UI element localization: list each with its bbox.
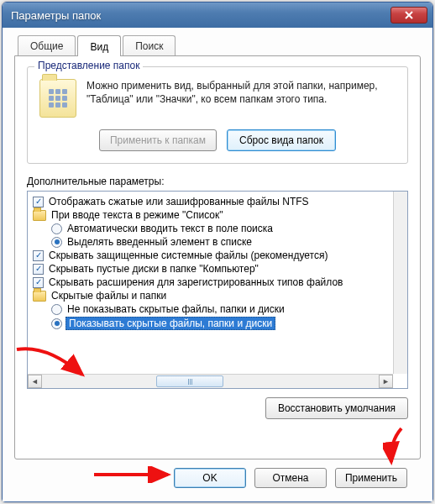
tree-item-auto-search[interactable]: Автоматически вводить текст в поле поиск… (31, 222, 401, 235)
tabstrip: Общие Вид Поиск (18, 34, 421, 55)
folder-options-window: Параметры папок Общие Вид Поиск Представ… (2, 2, 433, 502)
advanced-settings-label: Дополнительные параметры: (27, 176, 408, 187)
tab-view[interactable]: Вид (77, 35, 121, 56)
close-icon (404, 11, 414, 19)
advanced-settings-tree[interactable]: ✓ Отображать сжатые или зашифрованные фа… (27, 191, 408, 389)
tab-search[interactable]: Поиск (123, 35, 176, 56)
tree-item-hide-ext[interactable]: ✓ Скрывать расширения для зарегистрирова… (31, 276, 401, 289)
radio-icon (51, 318, 62, 329)
radio-icon (51, 223, 62, 234)
tab-general[interactable]: Общие (18, 35, 76, 56)
group-description: Можно применить вид, выбранный для этой … (86, 79, 396, 106)
tree-item-dont-show-hidden[interactable]: Не показывать скрытые файлы, папки и дис… (31, 302, 401, 316)
titlebar[interactable]: Параметры папок (3, 3, 432, 28)
folder-grid-icon (39, 79, 76, 118)
tree-item-hidden-folder[interactable]: Скрытые файлы и папки (31, 289, 401, 302)
checkbox-icon: ✓ (33, 264, 44, 275)
group-title: Представление папок (34, 60, 143, 71)
reset-folders-button[interactable]: Сброс вида папок (227, 129, 336, 151)
tree-item-search-list-mode[interactable]: При вводе текста в режиме "Список" (31, 208, 401, 222)
tabpanel-view: Представление папок Можно применить вид,… (14, 55, 421, 459)
apply-to-folders-button[interactable]: Применить к папкам (99, 129, 217, 151)
checkbox-icon: ✓ (33, 197, 44, 207)
tree-item-highlight[interactable]: Выделять введенный элемент в списке (31, 235, 401, 249)
scroll-left-button[interactable]: ◄ (28, 375, 42, 388)
cancel-button[interactable]: Отмена (254, 468, 327, 488)
tree-item-hide-empty[interactable]: ✓ Скрывать пустые диски в папке "Компьют… (31, 262, 401, 276)
radio-icon (51, 304, 62, 315)
apply-button[interactable]: Применить (335, 468, 407, 488)
scroll-thumb[interactable] (156, 375, 223, 387)
tree-item-hide-protected[interactable]: ✓ Скрывать защищенные системные файлы (р… (31, 249, 401, 262)
horizontal-scrollbar[interactable]: ◄ ► (28, 374, 393, 388)
folder-view-group: Представление папок Можно применить вид,… (27, 66, 408, 164)
vertical-scrollbar[interactable] (393, 192, 407, 374)
ok-button[interactable]: OK (174, 468, 246, 488)
window-title: Параметры папок (11, 9, 390, 22)
radio-icon (51, 237, 62, 248)
tree-item-show-hidden[interactable]: Показывать скрытые файлы, папки и диски (31, 316, 401, 331)
dialog-button-row: OK Отмена Применить (14, 459, 421, 491)
folder-icon (33, 291, 46, 302)
restore-defaults-button[interactable]: Восстановить умолчания (265, 397, 408, 419)
checkbox-icon: ✓ (33, 250, 44, 261)
client-area: Общие Вид Поиск Представление папок Можн… (3, 28, 432, 501)
close-button[interactable] (390, 7, 427, 24)
folder-icon (33, 210, 46, 221)
checkbox-icon: ✓ (33, 277, 44, 288)
tree-item-show-encrypted[interactable]: ✓ Отображать сжатые или зашифрованные фа… (31, 195, 401, 208)
scroll-right-button[interactable]: ► (379, 375, 393, 388)
